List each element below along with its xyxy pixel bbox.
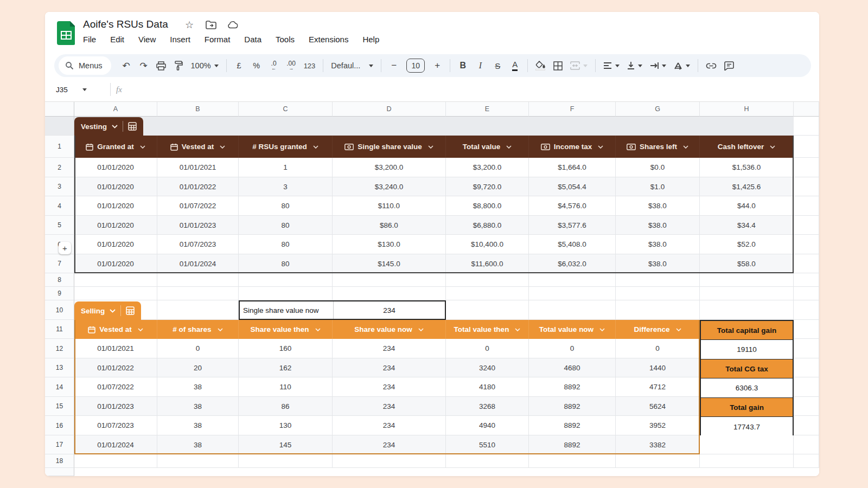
row-header-9[interactable]: 9	[45, 287, 74, 300]
menu-file[interactable]: File	[83, 35, 96, 44]
cell-A3[interactable]: 01/01/2020	[74, 177, 157, 196]
cell-B17[interactable]: 38	[157, 435, 239, 454]
cell-F18[interactable]	[529, 454, 616, 468]
cell-E8[interactable]	[446, 273, 529, 287]
cell-G8[interactable]	[616, 273, 700, 287]
cell-D14[interactable]: 234	[333, 377, 446, 397]
row-header-7[interactable]: 7	[45, 254, 74, 273]
cell-G10[interactable]	[616, 300, 700, 320]
star-icon[interactable]: ☆	[184, 20, 195, 30]
cell-B14[interactable]: 38	[157, 377, 239, 397]
table-column-header[interactable]: Vested at	[74, 320, 157, 339]
cell-E12[interactable]: 0	[446, 339, 529, 358]
fill-color-button[interactable]	[533, 57, 548, 74]
cell-F4[interactable]: $4,576.0	[529, 196, 616, 216]
cell-F17[interactable]: 8892	[529, 435, 616, 454]
cell-H5[interactable]: $34.4	[700, 216, 794, 235]
cell-D2[interactable]: $3,200.0	[333, 158, 446, 177]
table-column-header[interactable]: Income tax	[529, 136, 616, 158]
column-header-D[interactable]: D	[333, 102, 446, 117]
table-column-header[interactable]: # of shares	[157, 320, 239, 339]
empty-cell[interactable]	[794, 287, 819, 300]
cell-C5[interactable]: 80	[239, 216, 333, 235]
bold-button[interactable]: B	[455, 57, 470, 74]
cell-H4[interactable]: $44.0	[700, 196, 794, 216]
table-column-header[interactable]: Single share value	[333, 136, 446, 158]
cell-A17[interactable]: 01/01/2024	[74, 435, 157, 454]
summary-value[interactable]: 6306.3	[701, 378, 793, 398]
menus-search-button[interactable]: Menus	[59, 56, 111, 75]
table-column-header[interactable]: Total value	[446, 136, 529, 158]
insert-link-button[interactable]	[703, 57, 719, 74]
row-header-8[interactable]: 8	[45, 273, 74, 287]
cell-H10[interactable]	[700, 300, 794, 320]
cell-E18[interactable]	[446, 454, 529, 468]
cell-G13[interactable]: 1440	[616, 358, 700, 377]
cell-E6[interactable]: $10,400.0	[446, 235, 529, 254]
row-header-2[interactable]: 2	[45, 158, 74, 177]
currency-format-button[interactable]: £	[232, 57, 247, 74]
cell-E13[interactable]: 3240	[446, 358, 529, 377]
cell-F15[interactable]: 8892	[529, 397, 616, 416]
row-header-3[interactable]: 3	[45, 177, 74, 196]
vertical-align-button[interactable]	[624, 57, 645, 74]
summary-label[interactable]: Total capital gain	[701, 321, 793, 340]
cell-B8[interactable]	[157, 273, 239, 287]
summary-label[interactable]: Total gain	[701, 398, 793, 417]
move-folder-icon[interactable]	[206, 20, 216, 30]
cell-H9[interactable]	[700, 287, 794, 300]
table-column-header[interactable]: Granted at	[74, 136, 157, 158]
cell-E5[interactable]: $6,880.0	[446, 216, 529, 235]
cell-D13[interactable]: 234	[333, 358, 446, 377]
cell-C12[interactable]: 160	[239, 339, 333, 358]
cell-A9[interactable]	[74, 287, 157, 300]
cell-A18[interactable]	[74, 454, 157, 468]
grid-corner[interactable]	[45, 102, 74, 117]
empty-cell[interactable]	[794, 454, 819, 468]
insert-comment-button[interactable]	[722, 57, 737, 74]
cell-G17[interactable]: 3382	[616, 435, 700, 454]
empty-cell[interactable]	[794, 254, 819, 273]
cell-B9[interactable]	[157, 287, 239, 300]
cell-C2[interactable]: 1	[239, 158, 333, 177]
cell-D6[interactable]: $130.0	[333, 235, 446, 254]
menu-tools[interactable]: Tools	[276, 35, 295, 44]
increase-font-size-button[interactable]: +	[430, 57, 445, 74]
cell-B13[interactable]: 20	[157, 358, 239, 377]
cell-F5[interactable]: $3,577.6	[529, 216, 616, 235]
cell-C16[interactable]: 130	[239, 416, 333, 435]
horizontal-align-button[interactable]	[601, 57, 622, 74]
cell-G18[interactable]	[616, 454, 700, 468]
menu-format[interactable]: Format	[205, 35, 231, 44]
cell-B2[interactable]: 01/01/2021	[157, 158, 239, 177]
table-column-header[interactable]: # RSUs granted	[239, 136, 333, 158]
cell-E16[interactable]: 4940	[446, 416, 529, 435]
empty-cell[interactable]	[794, 358, 819, 377]
summary-value[interactable]: 19110	[701, 340, 793, 359]
empty-cell[interactable]	[794, 416, 819, 435]
cell-E17[interactable]: 5510	[446, 435, 529, 454]
menu-edit[interactable]: Edit	[110, 35, 124, 44]
single-share-value-now-value[interactable]: 234	[334, 301, 445, 319]
cell-B7[interactable]: 01/01/2024	[157, 254, 239, 273]
menu-extensions[interactable]: Extensions	[309, 35, 348, 44]
selling-table-chip[interactable]: Selling	[74, 301, 141, 320]
cell-B18[interactable]	[157, 454, 239, 468]
empty-cell[interactable]	[794, 339, 819, 358]
cell-D4[interactable]: $110.0	[333, 196, 446, 216]
cell-H18[interactable]	[700, 454, 794, 468]
cell-F8[interactable]	[529, 273, 616, 287]
row-header-13[interactable]: 13	[45, 358, 74, 377]
row-header-14[interactable]: 14	[45, 377, 74, 397]
table-column-header[interactable]: Difference	[616, 320, 700, 339]
table-column-header[interactable]: Total value then	[446, 320, 529, 339]
row-header-5[interactable]: 5	[45, 216, 74, 235]
cell-B15[interactable]: 38	[157, 397, 239, 416]
cell-C18[interactable]	[239, 454, 333, 468]
empty-cell[interactable]	[794, 117, 819, 136]
cell-E9[interactable]	[446, 287, 529, 300]
table-column-header[interactable]: Shares left	[616, 136, 700, 158]
cell-A2[interactable]: 01/01/2020	[74, 158, 157, 177]
cell-H3[interactable]: $1,425.6	[700, 177, 794, 196]
decrease-font-size-button[interactable]: −	[386, 57, 401, 74]
